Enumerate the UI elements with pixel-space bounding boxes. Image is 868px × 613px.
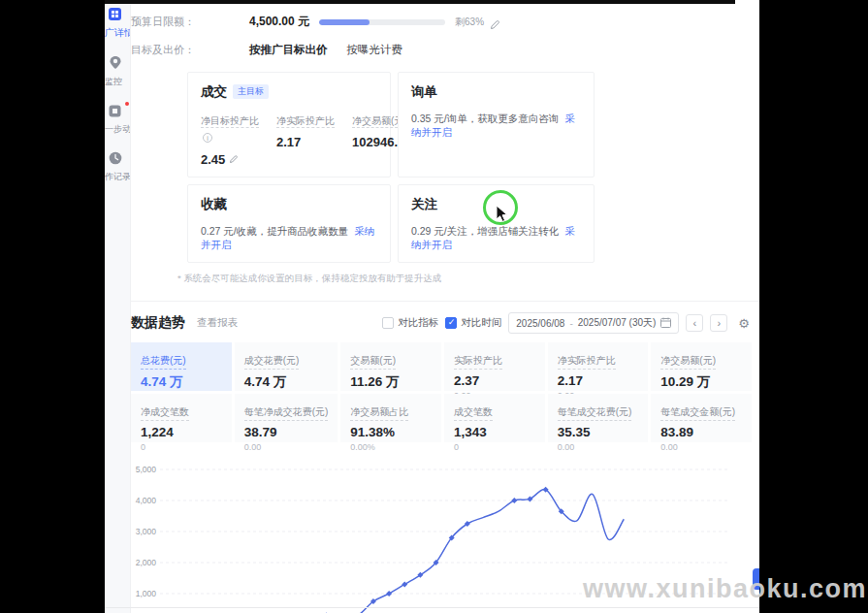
metric-card-amount-per-order[interactable]: 每笔成交金额(元)83.890.00: [651, 394, 752, 442]
edit-roi-icon[interactable]: [229, 152, 240, 163]
rail-item-monitor[interactable]: 监控: [105, 55, 130, 88]
mouse-cursor: [496, 205, 509, 227]
date-range-input[interactable]: 2025/06/08 - 2025/07/07 (30天): [508, 312, 679, 334]
goal-card-deal: 成交主目标 净目标投产比i 2.45 净实际投产比 2.17: [187, 72, 391, 177]
metric-card-total-spend[interactable]: 总花费(元)4.74 万0.00: [131, 342, 232, 391]
primary-goal-badge: 主目标: [233, 84, 269, 99]
metric-card-actual-roi[interactable]: 实际投产比2.370.00: [444, 342, 545, 391]
budget-progress-fill: [319, 19, 370, 25]
campaign-settings: 预算日限额： 4,500.00 元 剩63% 目标及出价： 按推广目标出价 按曝…: [131, 4, 759, 285]
metric-card-net-cost-per-order[interactable]: 每笔净成交花费(元)38.790.00: [235, 394, 338, 442]
svg-text:2,000: 2,000: [136, 558, 157, 567]
tab-bid-by-goal[interactable]: 按推广目标出价: [249, 43, 328, 57]
budget-progress: [319, 19, 445, 25]
calendar-icon: [660, 317, 671, 330]
gear-icon[interactable]: ⚙: [738, 316, 750, 331]
notification-dot: [125, 102, 129, 106]
rail-item-label: 监控: [105, 76, 130, 88]
clock-icon: [109, 151, 130, 169]
bidding-label: 目标及出价：: [131, 43, 249, 57]
svg-text:1,000: 1,000: [136, 589, 157, 598]
budget-value: 4,500.00 元: [249, 14, 309, 30]
svg-text:5,000: 5,000: [136, 465, 157, 474]
budget-label: 预算日限额：: [131, 15, 249, 29]
trend-section: 数据趋势 查看报表 对比指标 对比时间 2025/06/08 - 2025/07…: [131, 302, 759, 613]
trend-title: 数据趋势: [131, 314, 185, 332]
rail-item-label: 一步动: [105, 123, 130, 136]
next-period-button[interactable]: ›: [710, 314, 727, 332]
compare-metric-checkbox[interactable]: 对比指标: [382, 316, 438, 330]
tab-bid-by-impression[interactable]: 按曝光计费: [347, 43, 403, 57]
metric-card-cost-per-order[interactable]: 每笔成交花费(元)35.350.00: [548, 394, 649, 442]
goal-card-title: 成交: [201, 83, 227, 101]
budget-remaining: 剩63%: [455, 16, 484, 29]
metric-net-actual-roi: 净实际投产比 2.17: [276, 111, 335, 167]
rail-item-detail[interactable]: 广详情: [105, 7, 130, 40]
rail-item-next-action[interactable]: 一步动: [105, 104, 130, 136]
prev-period-button[interactable]: ‹: [686, 314, 703, 332]
rail-item-history[interactable]: 作记录: [105, 151, 130, 183]
checkbox-checked-icon[interactable]: [445, 317, 457, 329]
checkbox-unchecked-icon[interactable]: [382, 317, 394, 329]
svg-text:4,000: 4,000: [136, 496, 157, 505]
metric-card-net-gmv[interactable]: 净交易额(元)10.29 万0.00: [651, 342, 752, 391]
view-report-link[interactable]: 查看报表: [197, 316, 238, 330]
rail-item-label: 广详情: [105, 26, 130, 40]
edit-budget-icon[interactable]: [490, 16, 500, 27]
square-icon: [109, 104, 130, 121]
info-icon[interactable]: i: [203, 133, 212, 143]
rail-item-label: 作记录: [105, 171, 130, 183]
metric-card-net-orders[interactable]: 净成交笔数1,2240: [131, 394, 232, 442]
metric-card-gmv[interactable]: 交易额(元)11.26 万0.00: [340, 342, 441, 391]
screen: 广详情 监控 一步动 作记录: [0, 0, 868, 613]
metric-card-net-gmv-ratio[interactable]: 净交易额占比91.38%0.00%: [340, 394, 441, 442]
main-content: 预算日限额： 4,500.00 元 剩63% 目标及出价： 按推广目标出价 按曝…: [131, 4, 759, 613]
goal-card-favorite: 收藏 0.27 元/收藏，提升商品收藏数量采纳并开启: [187, 184, 391, 263]
goal-card-inquiry: 询单 0.35 元/询单，获取更多意向咨询采纳并开启: [398, 72, 595, 177]
goal-note: * 系统会尽可能达成你设置的目标，保持稳定投放有助于提升达成: [177, 273, 759, 285]
app-panel: 广详情 监控 一步动 作记录: [105, 0, 759, 613]
grid-icon: [109, 7, 130, 24]
metric-net-target-roi: 净目标投产比i 2.45: [201, 111, 259, 167]
pin-icon: [109, 55, 130, 74]
svg-text:3,000: 3,000: [136, 527, 157, 536]
goal-cards: 成交主目标 净目标投产比i 2.45 净实际投产比 2.17: [187, 72, 759, 263]
anchor-rail: 广详情 监控 一步动 作记录: [105, 4, 131, 613]
watermark: www.xunibaoku.com: [583, 574, 867, 604]
trend-metric-cards: 总花费(元)4.74 万0.00 成交花费(元)4.74 万0.00 交易额(元…: [131, 342, 752, 442]
panel-bottom-divider: [105, 607, 759, 608]
metric-card-orders[interactable]: 成交笔数1,3430: [444, 394, 545, 442]
metric-card-deal-spend[interactable]: 成交花费(元)4.74 万0.00: [235, 342, 338, 391]
metric-card-net-actual-roi[interactable]: 净实际投产比2.170.00: [548, 342, 649, 391]
compare-time-checkbox[interactable]: 对比时间: [445, 316, 501, 330]
